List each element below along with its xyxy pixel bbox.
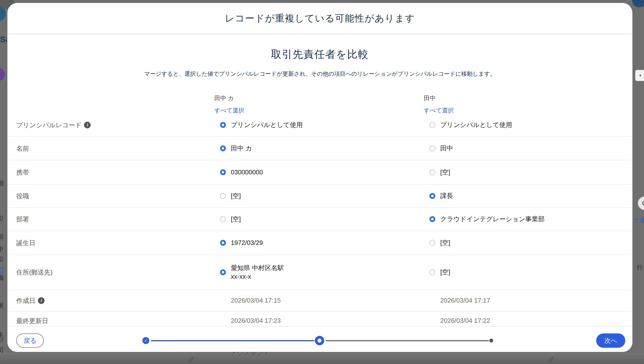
bg-right-fragment: 行っ [636, 263, 644, 271]
merge-option-left[interactable]: プリンシパルとして使用 [220, 121, 302, 129]
merge-option-right[interactable]: [空] [430, 268, 450, 276]
readonly-value-left: 2026/03/04 17:15 [220, 296, 280, 305]
cell-value: プリンシパルとして使用 [231, 121, 302, 129]
merge-option-left[interactable]: 愛知県 中村区名駅 xx-xx-x [220, 264, 284, 281]
bg-left-fragment: 引 [0, 214, 7, 222]
record-column-header-right: 田中 すべて選択 [424, 94, 454, 114]
radio-button[interactable] [430, 169, 435, 175]
merge-option-left[interactable]: [空] [220, 215, 241, 223]
bg-avatar-purple [0, 68, 5, 81]
progress-step-current [315, 336, 324, 345]
merge-option-right[interactable]: [空] [430, 238, 450, 247]
radio-button[interactable] [430, 269, 435, 275]
cell-value: 愛知県 中村区名駅 xx-xx-x [231, 264, 284, 281]
cell-value: [空] [231, 192, 241, 200]
bg-app-logo-fragment: Sa [0, 35, 7, 44]
progress-step-completed-icon: ✓ [142, 337, 149, 344]
row-label: 住所(郵送先) [16, 268, 52, 277]
cell-value: 2026/03/04 17:17 [430, 296, 490, 305]
next-button[interactable]: 次へ [596, 333, 625, 348]
readonly-value-right: 2026/03/04 17:22 [430, 316, 490, 325]
merge-option-left[interactable]: [空] [220, 192, 241, 200]
cell-value: 課長 [440, 192, 453, 200]
row-label: 作成日 i [16, 296, 44, 305]
row-label-text: 部署 [16, 215, 29, 223]
merge-option-right[interactable]: プリンシパルとして使用 [430, 121, 512, 129]
bg-left-link-fragment: 式 [0, 266, 7, 274]
radio-button[interactable] [220, 216, 226, 222]
table-row-department: 部署 [空] クラウドインテグレーション事業部 [8, 208, 632, 231]
cell-value: 1972/03/29 [231, 238, 263, 247]
cell-value: クラウドインテグレーション事業部 [440, 215, 544, 223]
screen: Sa 細 引 前 中 引 式 職 署 生 07 司 ▼ ⚙ て表 行っ アシスタ… [0, 0, 644, 364]
info-icon[interactable]: i [38, 297, 44, 304]
dialog-footer: 戻る ✓ 次へ [8, 326, 632, 352]
row-label: 役職 [16, 192, 29, 200]
back-button[interactable]: 戻る [16, 333, 44, 348]
merge-option-right[interactable]: 課長 [430, 192, 453, 200]
row-label: プリンシパルレコード i [16, 121, 91, 129]
radio-button[interactable] [430, 146, 435, 151]
bg-dropdown-fragment: ▼ [635, 70, 644, 81]
progress-line-remaining [326, 340, 489, 341]
cell-value: 2026/03/04 17:22 [430, 316, 490, 325]
duplicate-merge-dialog: レコードが重複している可能性があります 取引先責任者を比較 マージすると、選択し… [8, 3, 632, 352]
row-label-text: 最終更新日 [16, 316, 48, 325]
table-row-created-date: 作成日 i 2026/03/04 17:15 2026/03/04 17:17 [8, 290, 632, 311]
cell-value: 2026/03/04 17:15 [220, 296, 280, 305]
radio-button[interactable] [430, 193, 435, 199]
radio-button[interactable] [220, 122, 226, 128]
info-icon[interactable]: i [84, 122, 91, 128]
merge-option-left[interactable]: 030000000 [220, 168, 263, 177]
row-label: 部署 [16, 215, 29, 223]
row-label-text: 名前 [16, 144, 29, 153]
merge-option-right[interactable]: クラウドインテグレーション事業部 [430, 215, 544, 223]
table-row-principal: プリンシパルレコード i プリンシパルとして使用 プリンシパルとして使用 [8, 113, 632, 137]
readonly-value-left: 2026/03/04 17:23 [220, 316, 280, 325]
cell-value: [空] [440, 238, 450, 247]
cell-value: 2026/03/04 17:23 [220, 316, 280, 325]
cell-value: 田中 [440, 144, 453, 153]
table-row-birthdate: 誕生日 1972/03/29 [空] [8, 231, 632, 255]
row-label: 携帯 [16, 168, 29, 177]
row-label-text: 住所(郵送先) [16, 268, 52, 277]
bg-left-fragment: 前 [0, 233, 7, 241]
radio-button[interactable] [220, 146, 226, 151]
merge-option-left[interactable]: 1972/03/29 [220, 238, 263, 247]
radio-button[interactable] [220, 240, 226, 246]
chevron-down-icon: ▼ [639, 74, 642, 78]
comparison-table: プリンシパルレコード i プリンシパルとして使用 プリンシパルとして使用 名前 [8, 113, 632, 330]
merge-option-right[interactable]: [空] [430, 168, 450, 177]
table-row-title: 役職 [空] 課長 [8, 185, 632, 208]
radio-button[interactable] [220, 269, 226, 275]
dialog-header: レコードが重複している可能性があります [8, 3, 632, 34]
record-column-header-left: 田中 カ すべて選択 [214, 94, 244, 114]
bg-left-fragment: 署 [0, 302, 7, 310]
bg-left-fragment: 細 [0, 179, 7, 187]
cell-value: [空] [440, 268, 450, 276]
record-name: 田中 カ [214, 95, 234, 101]
radio-button[interactable] [220, 169, 226, 175]
bg-right-link-fragment: て表 [633, 217, 644, 225]
radio-button[interactable] [430, 122, 435, 128]
row-label: 名前 [16, 144, 29, 153]
cell-value: 田中 カ [231, 144, 252, 153]
radio-button[interactable] [220, 193, 226, 199]
row-label-text: 誕生日 [16, 238, 36, 247]
record-name: 田中 [424, 95, 436, 101]
readonly-value-right: 2026/03/04 17:17 [430, 296, 490, 305]
row-label: 最終更新日 [16, 316, 48, 325]
row-label-text: 携帯 [16, 168, 29, 177]
bg-left-fragment: 引 [0, 255, 7, 263]
table-row-mobile: 携帯 030000000 [空] [8, 160, 632, 185]
radio-button[interactable] [430, 240, 435, 246]
table-row-name: 名前 田中 カ 田中 [8, 137, 632, 160]
bg-bottom-shadow [0, 353, 644, 364]
cell-value: [空] [231, 215, 241, 223]
merge-option-left[interactable]: 田中 カ [220, 144, 252, 153]
gear-icon: ⚙ [641, 199, 644, 207]
row-label-text: プリンシパルレコード [16, 121, 82, 129]
radio-button[interactable] [430, 216, 435, 222]
row-label-text: 役職 [16, 192, 29, 200]
merge-option-right[interactable]: 田中 [430, 144, 453, 153]
